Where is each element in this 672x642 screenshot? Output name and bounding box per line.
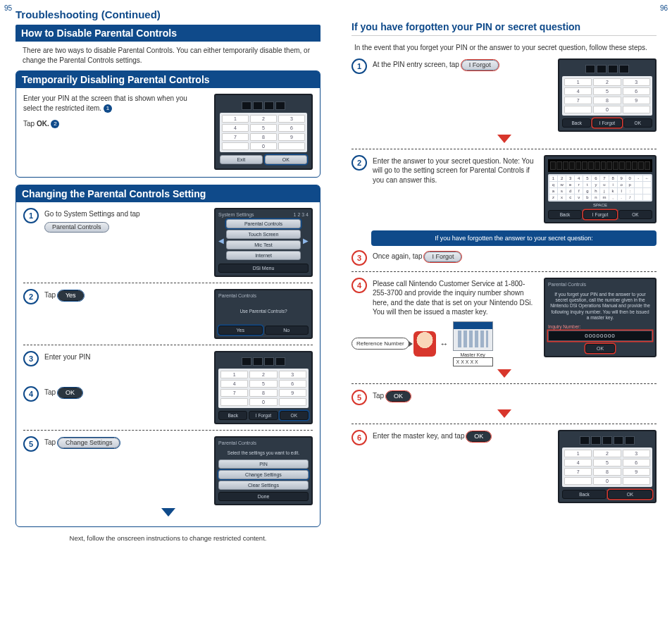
master-key-label: Master Key bbox=[453, 352, 493, 357]
intro-text: There are two ways to disable Parental C… bbox=[15, 42, 321, 70]
continue-arrow-icon bbox=[497, 369, 511, 378]
panel-temp-title: Temporarily Disabling Parental Controls bbox=[16, 71, 320, 88]
badge-1-icon: 1 bbox=[104, 104, 112, 113]
answer-input[interactable] bbox=[548, 159, 652, 172]
screen-ok-button[interactable]: OK bbox=[265, 155, 308, 164]
yes-button[interactable]: Yes bbox=[58, 290, 84, 301]
r2-ok[interactable]: OK bbox=[618, 210, 652, 219]
screen-yes-button[interactable]: Yes bbox=[218, 326, 263, 335]
step-2-text: Tap bbox=[44, 291, 56, 299]
r-step-3-badge: 3 bbox=[351, 250, 367, 266]
screen-iforgot-button[interactable]: I Forgot bbox=[249, 411, 278, 420]
screen-done-button[interactable]: Done bbox=[218, 492, 309, 501]
menu-mic-test[interactable]: Mic Test bbox=[226, 240, 301, 249]
screen-no-button[interactable]: No bbox=[265, 326, 309, 335]
step-5-screenshot: Parental Controls Select the settings yo… bbox=[214, 436, 313, 505]
person-phone-icon bbox=[413, 331, 436, 357]
iforgot-button-2[interactable]: I Forgot bbox=[424, 252, 461, 262]
r2-iforgot[interactable]: I Forgot bbox=[583, 210, 617, 219]
step-2-screenshot: Parental Controls Use Parental Controls?… bbox=[214, 289, 313, 339]
menu-touch-screen[interactable]: Touch Screen bbox=[226, 230, 301, 239]
step-4-text: Tap bbox=[44, 389, 56, 397]
step-5-badge: 5 bbox=[23, 436, 39, 452]
inquiry-number: 00000000 bbox=[548, 331, 652, 341]
step-1-text: Go to System Settings and tap bbox=[44, 209, 206, 219]
r-step-1-badge: 1 bbox=[351, 58, 367, 74]
master-key-value: X X X X X bbox=[453, 357, 493, 366]
iforgot-button[interactable]: I Forgot bbox=[461, 60, 499, 70]
change-settings-button[interactable]: Change Settings bbox=[58, 438, 120, 448]
r4-ok[interactable]: OK bbox=[585, 344, 615, 353]
panel-temp-disable: Temporarily Disabling Parental Controls … bbox=[15, 70, 321, 178]
temp-screenshot: 123 456 789 0 Exit OK bbox=[214, 94, 313, 170]
screen-ok-button-2[interactable]: OK bbox=[280, 411, 309, 420]
right-arrow-icon[interactable]: ▶ bbox=[303, 219, 309, 261]
left-arrow-icon[interactable]: ◀ bbox=[218, 219, 224, 261]
r-step-6-text: Enter the master key, and tap bbox=[373, 432, 464, 440]
r-screen-back[interactable]: Back bbox=[562, 118, 591, 128]
step-3-badge: 3 bbox=[23, 351, 39, 366]
r-step-4-badge: 4 bbox=[351, 278, 367, 293]
building-icon bbox=[453, 321, 493, 351]
screen-exit-button[interactable]: Exit bbox=[220, 155, 263, 164]
section-how-to-disable: How to Disable Parental Controls bbox=[15, 25, 321, 42]
menu-parental-controls[interactable]: Parental Controls bbox=[226, 219, 301, 228]
r-step-4-text: Please call Nintendo Customer Service at… bbox=[373, 278, 535, 317]
page-right: Support and Troubleshooting 96 If you ha… bbox=[336, 0, 672, 642]
note-forgot-answer: If you have forgotten the answer to your… bbox=[371, 230, 657, 246]
step-2-badge: 2 bbox=[23, 289, 39, 304]
menu-internet[interactable]: Internet bbox=[226, 251, 301, 260]
dsimenu-button[interactable]: DSi Menu bbox=[218, 264, 309, 273]
r2-back[interactable]: Back bbox=[548, 210, 582, 219]
ok-button-3[interactable]: OK bbox=[466, 431, 491, 442]
section-forgot-pin: If you have forgotten your PIN or secret… bbox=[351, 21, 657, 36]
r6-back[interactable]: Back bbox=[562, 490, 606, 499]
step-1-badge: 1 bbox=[23, 208, 39, 223]
screen-back-button[interactable]: Back bbox=[218, 411, 247, 420]
r-step-5-text: Tap bbox=[373, 392, 384, 400]
badge-2-icon: 2 bbox=[51, 120, 59, 128]
screen-change-settings-button[interactable]: Change Settings bbox=[218, 470, 309, 479]
continue-arrow-icon bbox=[497, 409, 511, 418]
page-number-left: 95 bbox=[4, 4, 12, 12]
r-step-1-screenshot: 123 456 789 0 Back I Forgot OK bbox=[558, 58, 657, 132]
right-intro: In the event that you forget your PIN or… bbox=[351, 39, 657, 58]
r-step-6-screenshot: 123 456 789 0 Back OK bbox=[558, 430, 657, 503]
r-step-5-badge: 5 bbox=[351, 390, 367, 405]
reference-number-bubble: Reference Number bbox=[351, 338, 409, 350]
screen-clear-settings-button[interactable]: Clear Settings bbox=[218, 481, 309, 490]
ok-button[interactable]: OK bbox=[58, 388, 82, 398]
page-number-right: 96 bbox=[660, 4, 668, 12]
r6-ok[interactable]: OK bbox=[608, 490, 652, 499]
r-step-3-text: Once again, tap bbox=[373, 252, 423, 260]
r-screen-iforgot[interactable]: I Forgot bbox=[592, 118, 621, 128]
r-step-6-badge: 6 bbox=[351, 430, 367, 445]
step-34-screenshot: 123 456 789 0 Back I Forgot OK bbox=[214, 351, 313, 424]
r-step-2-screenshot: 1234567890-← qwertyuiop asdfghjkl: zxcvb… bbox=[544, 155, 657, 223]
step-1-screenshot: System Settings1 2 3 4 ◀ Parental Contro… bbox=[214, 208, 313, 277]
parental-controls-button[interactable]: Parental Controls bbox=[44, 222, 109, 233]
panel-change-setting: Changing the Parental Controls Setting 1… bbox=[15, 185, 321, 527]
breadcrumb: Troubleshooting (Continued) bbox=[15, 8, 321, 20]
step-5-text: Tap bbox=[44, 439, 56, 447]
inquiry-label: Inquiry Number: bbox=[548, 324, 652, 329]
r-step-2-badge: 2 bbox=[351, 155, 367, 171]
onscreen-keyboard[interactable]: 1234567890-← qwertyuiop asdfghjkl: zxcvb… bbox=[548, 174, 652, 202]
step-3-text: Enter your PIN bbox=[44, 351, 206, 366]
step-4-badge: 4 bbox=[23, 386, 39, 402]
temp-line1: Enter your PIN at the screen that is sho… bbox=[23, 94, 206, 113]
page-left: Support and Troubleshooting 95 Troublesh… bbox=[0, 0, 336, 642]
footer-note: Next, follow the onscreen instructions t… bbox=[15, 534, 321, 542]
panel-change-title: Changing the Parental Controls Setting bbox=[16, 185, 320, 202]
r-screen-ok[interactable]: OK bbox=[623, 118, 652, 128]
r-step-4-screenshot: Parental Controls If you forget your PIN… bbox=[544, 278, 657, 357]
r-step-2-text: Enter the answer to your secret question… bbox=[373, 155, 535, 185]
temp-line2: Tap OK. 2 bbox=[23, 120, 206, 128]
ok-button-2[interactable]: OK bbox=[386, 391, 411, 402]
keypad: 123 456 789 0 bbox=[220, 113, 307, 152]
screen-pin-button[interactable]: PIN bbox=[218, 459, 309, 469]
continue-arrow-icon bbox=[161, 508, 175, 517]
r-step-1-text: At the PIN entry screen, tap bbox=[373, 61, 459, 68]
continue-arrow-icon bbox=[497, 135, 511, 143]
